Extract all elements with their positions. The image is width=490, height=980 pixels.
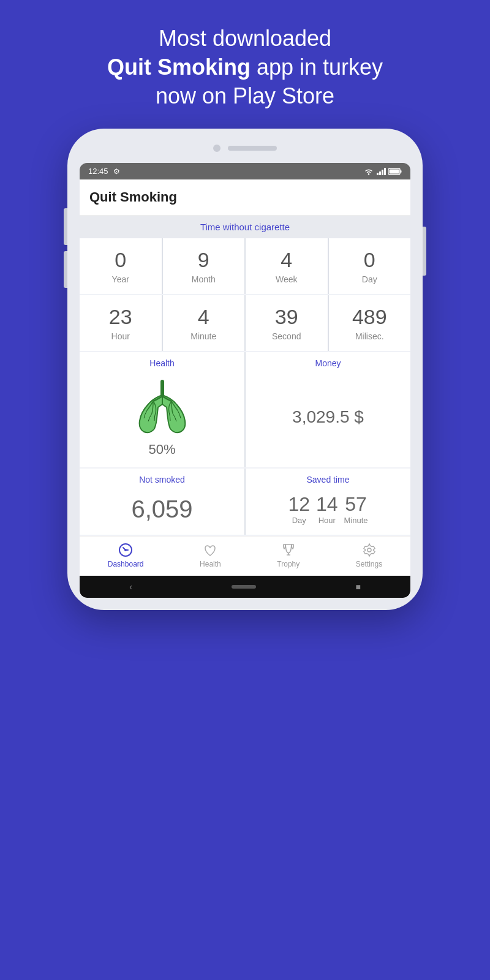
hour-cell: 23 Hour bbox=[80, 295, 162, 351]
nav-health-label: Health bbox=[200, 560, 221, 568]
health-label: Health bbox=[149, 352, 174, 371]
header-line2-bold: Quit Smoking bbox=[107, 55, 251, 80]
nav-dashboard-label: Dashboard bbox=[108, 560, 144, 568]
header-line2-rest: app in turkey bbox=[251, 55, 383, 80]
battery-icon bbox=[388, 168, 402, 175]
money-card[interactable]: Money 3,029.5 $ bbox=[246, 352, 410, 467]
health-percentage: 50% bbox=[148, 442, 175, 458]
camera-icon bbox=[213, 145, 221, 152]
phone-frame: 12:45 ⚙ bbox=[67, 129, 423, 610]
status-left: 12:45 ⚙ bbox=[88, 167, 120, 176]
app-bar: Quit Smoking bbox=[80, 179, 410, 216]
money-content: 3,029.5 $ bbox=[246, 371, 410, 467]
year-cell: 0 Year bbox=[80, 238, 162, 294]
trophy-icon bbox=[281, 543, 296, 557]
nav-settings-label: Settings bbox=[356, 560, 382, 568]
header-text: Most downloaded Quit Smoking app in turk… bbox=[70, 0, 420, 129]
second-value: 39 bbox=[275, 305, 298, 329]
home-button[interactable] bbox=[232, 585, 256, 589]
nav-settings[interactable]: Settings bbox=[356, 543, 382, 568]
health-content: 50% bbox=[80, 371, 244, 467]
status-bar: 12:45 ⚙ bbox=[80, 163, 410, 179]
settings-nav-icon bbox=[362, 543, 377, 557]
svg-rect-7 bbox=[390, 169, 399, 173]
health-nav-icon bbox=[203, 543, 217, 557]
health-money-grid: Health bbox=[80, 352, 410, 467]
year-label: Year bbox=[112, 274, 129, 284]
saved-day-unit: 12 Day bbox=[288, 493, 310, 525]
saved-time-row: 12 Day 14 Hour 57 Minute bbox=[288, 493, 368, 525]
saved-minute-label: Minute bbox=[344, 516, 368, 525]
millisec-value: 489 bbox=[352, 305, 387, 329]
health-card[interactable]: Health bbox=[80, 352, 244, 467]
minute-value: 4 bbox=[198, 305, 209, 329]
back-button[interactable]: ‹ bbox=[129, 582, 132, 592]
saved-minute-unit: 57 Minute bbox=[344, 493, 368, 525]
millisec-cell: 489 Milisec. bbox=[329, 295, 411, 351]
settings-icon: ⚙ bbox=[113, 167, 120, 176]
not-smoked-card[interactable]: Not smoked 6,059 bbox=[80, 469, 244, 535]
second-cell: 39 Second bbox=[246, 295, 328, 351]
millisec-label: Milisec. bbox=[355, 331, 384, 341]
saved-time-label: Saved time bbox=[306, 469, 349, 487]
month-value: 9 bbox=[198, 248, 209, 272]
header-line3: now on Play Store bbox=[156, 83, 334, 108]
week-label: Week bbox=[276, 274, 298, 284]
power-button bbox=[423, 227, 426, 276]
month-cell: 9 Month bbox=[163, 238, 245, 294]
year-value: 0 bbox=[115, 248, 126, 272]
phone-top bbox=[80, 141, 410, 156]
signal-icon bbox=[376, 168, 386, 175]
bottom-nav: Dashboard Health bbox=[80, 536, 410, 576]
minute-label: Minute bbox=[190, 331, 216, 341]
saved-hour-value: 14 bbox=[316, 493, 338, 516]
second-label: Second bbox=[272, 331, 301, 341]
phone-screen: 12:45 ⚙ bbox=[80, 163, 410, 598]
svg-rect-8 bbox=[160, 380, 164, 397]
nav-trophy-label: Trophy bbox=[277, 560, 300, 568]
minute-cell: 4 Minute bbox=[163, 295, 245, 351]
nav-dashboard[interactable]: Dashboard bbox=[108, 543, 144, 568]
week-cell: 4 Week bbox=[246, 238, 328, 294]
day-label: Day bbox=[362, 274, 377, 284]
svg-point-15 bbox=[368, 548, 371, 552]
lungs-container: 50% bbox=[123, 377, 202, 458]
not-smoked-content: 6,059 bbox=[80, 487, 244, 535]
week-value: 4 bbox=[281, 248, 292, 272]
content-area: Time without cigarette 0 Year 9 Month 4 … bbox=[80, 216, 410, 598]
saved-day-value: 12 bbox=[288, 493, 310, 516]
saved-hour-unit: 14 Hour bbox=[316, 493, 338, 525]
speaker-icon bbox=[228, 146, 277, 151]
month-label: Month bbox=[192, 274, 216, 284]
nav-health[interactable]: Health bbox=[200, 543, 221, 568]
saved-time-content: 12 Day 14 Hour 57 Minute bbox=[246, 487, 410, 535]
volume-up-button bbox=[64, 208, 67, 245]
svg-rect-2 bbox=[379, 172, 381, 175]
saved-minute-value: 57 bbox=[345, 493, 367, 516]
timer-row2: 23 Hour 4 Minute 39 Second 489 Milisec. bbox=[80, 295, 410, 351]
svg-rect-4 bbox=[384, 168, 386, 175]
svg-rect-3 bbox=[382, 170, 383, 175]
money-label: Money bbox=[315, 352, 341, 371]
money-value: 3,029.5 $ bbox=[292, 407, 364, 427]
day-value: 0 bbox=[364, 248, 375, 272]
lungs-icon bbox=[123, 377, 202, 438]
svg-rect-6 bbox=[401, 170, 402, 173]
saved-time-card[interactable]: Saved time 12 Day 14 Hour bbox=[246, 469, 410, 535]
wifi-icon bbox=[364, 168, 374, 175]
svg-point-12 bbox=[124, 549, 127, 551]
dashboard-icon bbox=[118, 543, 133, 557]
volume-down-button bbox=[64, 251, 67, 288]
header-line1: Most downloaded bbox=[159, 26, 331, 51]
saved-hour-label: Hour bbox=[318, 516, 336, 525]
hour-label: Hour bbox=[111, 331, 130, 341]
timer-row1: 0 Year 9 Month 4 Week 0 Day bbox=[80, 238, 410, 294]
not-smoked-label: Not smoked bbox=[139, 469, 185, 487]
nav-trophy[interactable]: Trophy bbox=[277, 543, 300, 568]
not-smoked-saved-grid: Not smoked 6,059 Saved time 12 Day bbox=[80, 469, 410, 535]
recents-button[interactable]: ■ bbox=[355, 582, 360, 592]
status-right bbox=[364, 168, 402, 175]
time-section-label: Time without cigarette bbox=[80, 216, 410, 238]
not-smoked-value: 6,059 bbox=[131, 496, 192, 523]
saved-day-label: Day bbox=[292, 516, 306, 525]
